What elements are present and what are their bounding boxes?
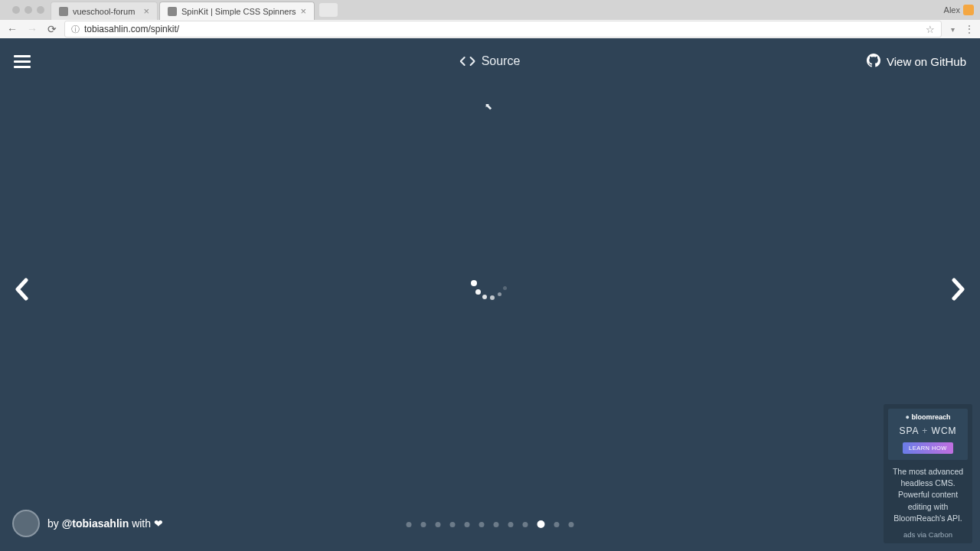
reload-button[interactable]: ⟳	[44, 21, 60, 37]
profile-name: Alex	[944, 5, 960, 15]
favicon-icon	[168, 7, 177, 16]
author-handle[interactable]: @tobiasahlin	[62, 517, 129, 530]
tab-title: SpinKit | Simple CSS Spinners	[181, 7, 296, 16]
pagination-dot[interactable]	[436, 522, 441, 527]
ad-cta-button[interactable]: LEARN HOW	[903, 442, 953, 454]
browser-tab[interactable]: vueschool-forum ×	[51, 2, 158, 20]
hamburger-icon	[14, 55, 31, 57]
pagination-dot[interactable]	[479, 522, 485, 527]
pagination-dot[interactable]	[508, 522, 514, 527]
github-icon	[867, 54, 880, 70]
close-window-icon[interactable]	[12, 6, 20, 14]
tab-title: vueschool-forum	[73, 7, 135, 16]
forward-button[interactable]: →	[24, 21, 40, 37]
address-bar: ← → ⟳ ⓘ tobiasahlin.com/spinkit/ ☆ ▾ ⋮	[0, 20, 980, 38]
ad-copy: The most advanced headless CMS. Powerful…	[888, 466, 968, 524]
pagination-dot[interactable]	[494, 522, 499, 527]
window-traffic-lights[interactable]	[6, 0, 51, 20]
code-icon	[460, 56, 475, 67]
ad-title: SPA + WCM	[891, 425, 965, 436]
maximize-window-icon[interactable]	[37, 6, 44, 14]
pagination-dot[interactable]	[407, 522, 412, 527]
github-label: View on GitHub	[887, 55, 966, 68]
ad-logo: ● bloomreach	[891, 413, 965, 421]
ad-via-link[interactable]: ads via Carbon	[888, 530, 968, 539]
back-button[interactable]: ←	[5, 21, 20, 37]
spinner-demo	[471, 276, 509, 314]
github-link[interactable]: View on GitHub	[867, 54, 966, 70]
pagination-dot[interactable]	[421, 522, 426, 527]
pagination-dots	[407, 522, 574, 529]
bookmark-star-icon[interactable]: ☆	[926, 24, 935, 35]
attribution-suffix: with ❤	[129, 517, 163, 530]
hamburger-icon	[14, 66, 31, 68]
circle-fade-spinner-icon	[471, 276, 509, 314]
cursor-icon: ⬉	[485, 101, 492, 112]
close-tab-icon[interactable]: ×	[301, 6, 307, 16]
source-label: Source	[482, 54, 521, 68]
menu-button[interactable]	[14, 55, 31, 68]
page-content: Source View on GitHub ⬉	[0, 38, 980, 551]
pagination-dot[interactable]	[523, 522, 528, 527]
pagination-dot[interactable]	[537, 520, 545, 528]
new-tab-button[interactable]	[319, 3, 338, 17]
source-link[interactable]: Source	[460, 54, 521, 68]
browser-tab[interactable]: SpinKit | Simple CSS Spinners ×	[159, 2, 315, 20]
extensions-dropdown-icon[interactable]: ▾	[946, 25, 959, 34]
pagination-dot[interactable]	[450, 522, 456, 527]
site-info-icon[interactable]: ⓘ	[71, 24, 80, 35]
ad-banner: ● bloomreach SPA + WCM LEARN HOW	[888, 409, 968, 460]
author-avatar[interactable]	[12, 510, 40, 537]
favicon-icon	[59, 7, 68, 16]
attribution: by @tobiasahlin with ❤	[12, 510, 163, 537]
profile-badge[interactable]: Alex	[944, 5, 974, 15]
browser-chrome: vueschool-forum × SpinKit | Simple CSS S…	[0, 0, 980, 38]
next-button[interactable]	[949, 278, 966, 301]
pagination-dot[interactable]	[554, 522, 560, 527]
browser-menu-icon[interactable]: ⋮	[963, 23, 975, 35]
prev-button[interactable]	[14, 278, 31, 301]
url-input[interactable]: ⓘ tobiasahlin.com/spinkit/ ☆	[64, 21, 942, 37]
url-text: tobiasahlin.com/spinkit/	[84, 24, 179, 34]
attribution-text: by @tobiasahlin with ❤	[47, 517, 163, 530]
close-tab-icon[interactable]: ×	[143, 6, 149, 16]
pagination-dot[interactable]	[569, 522, 574, 527]
carbon-ad[interactable]: ● bloomreach SPA + WCM LEARN HOW The mos…	[884, 404, 972, 543]
attribution-prefix: by	[47, 517, 62, 530]
minimize-window-icon[interactable]	[24, 6, 32, 14]
avatar-icon	[963, 5, 974, 15]
chevron-left-icon	[14, 278, 31, 301]
pagination-dot[interactable]	[465, 522, 470, 527]
page-header: Source View on GitHub	[0, 38, 980, 84]
tab-bar: vueschool-forum × SpinKit | Simple CSS S…	[0, 0, 980, 20]
chevron-right-icon	[949, 278, 966, 301]
hamburger-icon	[14, 60, 31, 63]
